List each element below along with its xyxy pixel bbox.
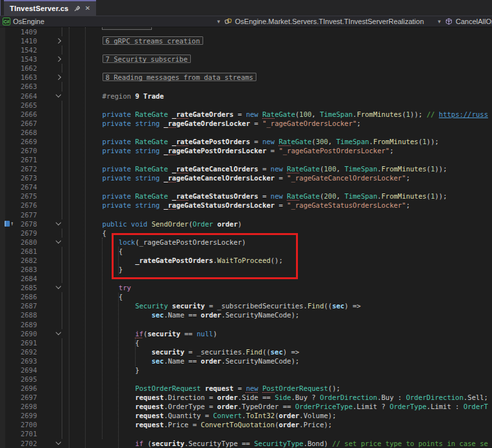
line-number[interactable]: 2691 <box>17 338 37 347</box>
line-number[interactable]: 1542 <box>17 45 37 55</box>
code-line-2689[interactable]: 2689 <box>0 320 492 329</box>
code-line-2687[interactable]: 2687 Security security = _subscribedSecu… <box>0 301 492 310</box>
code-text[interactable]: try <box>69 283 131 292</box>
gutter-indicator[interactable] <box>0 384 17 393</box>
gutter-indicator[interactable] <box>0 347 17 356</box>
gutter-indicator[interactable] <box>0 338 17 347</box>
code-text[interactable]: request.OrderType = order.TypeOrder == O… <box>69 402 488 411</box>
code-line-2676[interactable]: 2676 private string _rageGateStatusOrder… <box>0 201 492 210</box>
code-line-2698[interactable]: 2698 request.OrderType = order.TypeOrder… <box>0 402 492 411</box>
tab-tinvestserver[interactable]: TInvestServer.cs ✕ <box>4 0 96 16</box>
line-number[interactable]: 2681 <box>17 247 37 256</box>
code-text[interactable]: PostOrderRequest request = new PostOrder… <box>69 384 340 393</box>
line-number[interactable]: 2692 <box>17 347 37 356</box>
code-text[interactable]: { <box>69 247 123 256</box>
code-line-2674[interactable]: 2674 <box>0 182 492 192</box>
code-text[interactable]: _rateGatePostOrders.WaitToProceed(); <box>69 256 283 265</box>
gutter-indicator[interactable] <box>0 247 17 256</box>
gutter-indicator[interactable] <box>0 82 17 91</box>
code-text[interactable]: private RateGate _rateGateOrders = new R… <box>69 110 488 119</box>
code-line-2672[interactable]: 2672 private RateGate _rateGateCancelOrd… <box>0 164 492 173</box>
code-text[interactable]: private RateGate _rateGateCancelOrders =… <box>69 164 447 173</box>
breadcrumb-member[interactable]: CancelAllOrders <box>445 16 492 27</box>
line-number[interactable]: 1543 <box>17 55 37 64</box>
code-line-1662[interactable]: 1662 <box>0 64 492 73</box>
line-number[interactable]: 2663 <box>17 82 37 91</box>
code-text[interactable]: Security security = _subscribedSecuritie… <box>69 301 361 310</box>
code-line-2694[interactable]: 2694 } <box>0 366 492 375</box>
code-text[interactable]: private string _rageGateOrdersLocker = "… <box>69 119 361 128</box>
code-line-2682[interactable]: 2682 _rateGatePostOrders.WaitToProceed()… <box>0 256 492 265</box>
line-number[interactable]: 2684 <box>17 274 37 283</box>
code-line-2692[interactable]: 2692 security = _securities.Find((sec) =… <box>0 347 492 356</box>
gutter-indicator[interactable] <box>0 36 17 45</box>
line-number[interactable]: 2697 <box>17 393 37 402</box>
line-number[interactable]: 2699 <box>17 411 37 420</box>
gutter-indicator[interactable] <box>0 329 17 338</box>
breadcrumb-class[interactable]: OsEngine.Market.Servers.TInvest.TInvestS… <box>224 16 445 27</box>
gutter-indicator[interactable] <box>0 155 17 164</box>
line-number[interactable]: 2689 <box>17 320 37 329</box>
line-number[interactable]: 2693 <box>17 356 37 366</box>
code-text[interactable]: 6 gRPC streams creation <box>69 36 203 45</box>
gutter-indicator[interactable] <box>0 283 17 292</box>
code-line-2686[interactable]: 2686 { <box>0 292 492 301</box>
code-text[interactable]: #region 9 Trade <box>69 92 164 101</box>
code-text[interactable]: sec.Name == order.SecurityNameCode); <box>69 356 299 366</box>
line-number[interactable]: 2683 <box>17 265 37 274</box>
gutter-indicator[interactable] <box>0 310 17 319</box>
gutter-indicator[interactable] <box>0 64 17 73</box>
gutter-indicator[interactable] <box>0 110 17 119</box>
gutter-indicator[interactable] <box>0 256 17 265</box>
gutter-indicator[interactable] <box>0 45 17 55</box>
line-number[interactable]: 2702 <box>17 439 37 448</box>
gutter-indicator[interactable] <box>0 146 17 155</box>
line-number[interactable]: 2671 <box>17 155 37 164</box>
code-line-1542[interactable]: 1542 <box>0 45 492 55</box>
code-line-2681[interactable]: 2681 { <box>0 247 492 256</box>
gutter-indicator[interactable] <box>0 439 17 448</box>
chevron-down-icon[interactable]: ▾ <box>437 18 441 25</box>
line-number[interactable]: 2675 <box>17 192 37 201</box>
gutter-indicator[interactable] <box>0 420 17 429</box>
line-number[interactable]: 2680 <box>17 238 37 247</box>
gutter-indicator[interactable] <box>0 192 17 201</box>
code-text[interactable]: request.Direction = order.Side == Side.B… <box>69 393 488 402</box>
gutter-indicator[interactable] <box>0 210 17 219</box>
gutter-indicator[interactable] <box>0 366 17 375</box>
collapsed-region-box[interactable]: 8 Reading messages from data streams <box>103 73 257 81</box>
breadcrumb-project[interactable]: C# OsEngine ▾ <box>0 16 224 27</box>
line-number[interactable]: 2685 <box>17 283 37 292</box>
code-line-2684[interactable]: 2684 <box>0 274 492 283</box>
gutter-indicator[interactable] <box>0 164 17 173</box>
code-text[interactable]: 8 Reading messages from data streams <box>69 73 256 82</box>
code-text[interactable]: 7 Security subscribe <box>69 55 191 64</box>
line-number[interactable]: 2668 <box>17 128 37 137</box>
gutter-indicator[interactable]: ↑ <box>0 219 17 229</box>
line-number[interactable]: 2678 <box>17 219 37 229</box>
code-line-2666[interactable]: 2666 private RateGate _rateGateOrders = … <box>0 110 492 119</box>
line-number[interactable]: 2674 <box>17 182 37 192</box>
code-text[interactable]: private string _rageGateCancelOrdersLock… <box>69 173 410 182</box>
code-text[interactable]: private string _rageGateStatusOrdersLock… <box>69 201 410 210</box>
code-line-2669[interactable]: 2669 private RateGate _rateGatePostOrder… <box>0 137 492 146</box>
code-line-2664[interactable]: 2664 #region 9 Trade <box>0 92 492 101</box>
code-text[interactable]: private RateGate _rateGateStatusOrders =… <box>69 192 447 201</box>
gutter-indicator[interactable] <box>0 92 17 101</box>
line-number[interactable]: 2665 <box>17 101 37 110</box>
line-number[interactable]: 1410 <box>17 36 37 45</box>
gutter-indicator[interactable] <box>0 119 17 128</box>
gutter-indicator[interactable] <box>0 375 17 384</box>
code-text[interactable]: } <box>69 366 139 375</box>
close-icon[interactable]: ✕ <box>85 5 90 12</box>
line-number[interactable]: 2664 <box>17 92 37 101</box>
line-number[interactable]: 2672 <box>17 164 37 173</box>
code-text[interactable]: if(security == null) <box>69 329 217 338</box>
line-number[interactable]: 2679 <box>17 229 37 238</box>
code-text[interactable]: private RateGate _rateGatePostOrders = n… <box>69 137 439 146</box>
line-number[interactable]: 2696 <box>17 384 37 393</box>
code-text[interactable]: request.Quantity = Convert.ToInt32(order… <box>69 411 336 420</box>
code-line-1543[interactable]: 1543 7 Security subscribe <box>0 55 492 64</box>
code-line-2671[interactable]: 2671 <box>0 155 492 164</box>
code-text[interactable]: public void SendOrder(Order order) <box>69 219 242 229</box>
